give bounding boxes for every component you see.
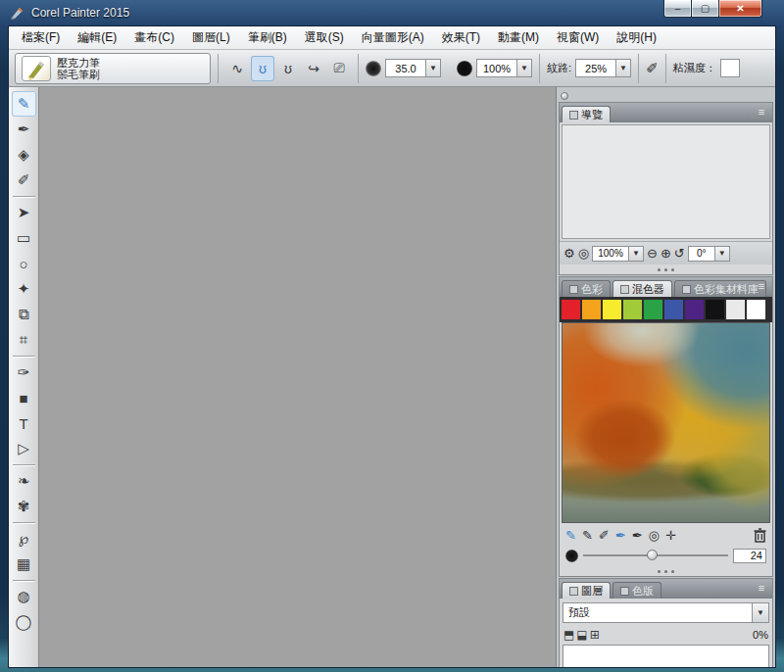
apply-color-icon[interactable]: ✎: [582, 528, 593, 543]
viscosity-field[interactable]: [720, 59, 740, 77]
sample-multiple-colors-icon[interactable]: ✒: [632, 528, 643, 543]
mixer-pad-painting[interactable]: [562, 322, 770, 523]
magnifier-tool[interactable]: ◍: [12, 584, 36, 609]
magic-wand-tool[interactable]: ✦: [12, 276, 36, 302]
layer-opacity-value[interactable]: 0%: [753, 629, 768, 641]
rectangular-shape-tool[interactable]: ■: [12, 385, 36, 410]
align-to-path-button[interactable]: ↪: [302, 56, 325, 81]
opacity-value[interactable]: 100%: [477, 63, 516, 74]
mixer-swatch-1[interactable]: [562, 300, 580, 319]
navigator-rotation-dropdown-arrow[interactable]: ▼: [714, 247, 729, 261]
mixer-swatch-4[interactable]: [623, 300, 642, 319]
layer-link-icon[interactable]: ⊞: [590, 628, 600, 642]
tab-layers[interactable]: 圖層: [562, 582, 611, 599]
menu-item-shapes[interactable]: 向量圖形(A): [353, 26, 433, 49]
dropper-tool[interactable]: ✒: [12, 117, 36, 142]
layer-list[interactable]: [563, 645, 769, 667]
transform-tool[interactable]: ⧉: [12, 302, 36, 327]
mixer-swatch-2[interactable]: [582, 300, 601, 319]
layer-composite-method-dropdown[interactable]: 預設 ▼: [563, 602, 769, 623]
paint-bucket-tool[interactable]: ◈: [12, 142, 36, 168]
perspective-guides-button[interactable]: ⎚: [327, 56, 351, 81]
mixer-swatch-9[interactable]: [726, 300, 745, 319]
navigator-zoom-dropdown-arrow[interactable]: ▼: [628, 247, 643, 261]
mixer-swatch-5[interactable]: [644, 300, 662, 319]
maximize-button[interactable]: ▢: [692, 0, 718, 18]
menu-item-help[interactable]: 說明(H): [608, 26, 665, 49]
opacity-dropdown-arrow[interactable]: ▼: [516, 60, 531, 76]
grain-field[interactable]: 25% ▼: [575, 59, 631, 77]
rotate-page-icon[interactable]: ↺: [674, 247, 685, 260]
mixer-slider-thumb[interactable]: [647, 550, 658, 560]
sample-color-icon[interactable]: ✒: [615, 528, 626, 543]
tab-channels[interactable]: 色版: [612, 582, 662, 599]
pick-up-underlying-color-icon[interactable]: ⬓: [576, 628, 587, 642]
menu-item-movie[interactable]: 動畫(M): [489, 26, 548, 49]
text-tool[interactable]: T: [12, 410, 36, 436]
tab-navigator[interactable]: 導覽: [562, 106, 611, 122]
divine-proportion-tool[interactable]: ℘: [12, 526, 36, 552]
zoom-out-icon[interactable]: ⊖: [647, 247, 658, 260]
zoom-mixer-icon[interactable]: ◎: [649, 528, 660, 543]
zoom-in-icon[interactable]: ⊕: [661, 247, 671, 260]
pen-tool[interactable]: ✑: [12, 360, 36, 385]
menu-item-canvas[interactable]: 畫布(C): [125, 26, 183, 49]
navigator-preview[interactable]: [562, 124, 770, 239]
advanced-brush-icon[interactable]: ✐: [646, 62, 659, 74]
layer-adjuster-tool[interactable]: ➤: [12, 200, 36, 225]
navigator-zoom-field[interactable]: 100% ▼: [592, 246, 644, 262]
lasso-tool[interactable]: ○: [12, 251, 36, 276]
close-button[interactable]: ✕: [718, 0, 762, 18]
size-value[interactable]: 35.0: [386, 63, 425, 74]
minimize-button[interactable]: –: [663, 0, 692, 18]
color-panel-menu-icon[interactable]: ≡: [755, 281, 768, 292]
dock-collapse-button[interactable]: [561, 92, 568, 100]
rectangular-selection-tool[interactable]: ▭: [12, 225, 36, 251]
title-bar[interactable]: Corel Painter 2015 – ▢ ✕: [0, 0, 784, 25]
menu-item-edit[interactable]: 編輯(E): [69, 26, 125, 49]
menu-item-select[interactable]: 選取(S): [296, 26, 353, 49]
navigator-rotation-value[interactable]: 0°: [689, 248, 714, 259]
preserve-transparency-icon[interactable]: ⬒: [564, 628, 574, 642]
mixer-resize-handle[interactable]: [560, 566, 772, 576]
tab-mixer[interactable]: 混色器: [612, 280, 672, 297]
navigator-zoom-value[interactable]: 100%: [593, 248, 628, 259]
dirty-brush-mode-icon[interactable]: ✎: [565, 528, 576, 543]
layout-grid-tool[interactable]: ▦: [12, 552, 36, 577]
eraser-tool[interactable]: ✐: [12, 168, 36, 193]
size-field[interactable]: 35.0 ▼: [385, 59, 441, 77]
menu-item-window[interactable]: 視窗(W): [548, 26, 608, 49]
shape-selection-tool[interactable]: ▷: [12, 436, 36, 461]
freehand-stroke-button[interactable]: ∿: [225, 56, 249, 81]
brush-tool[interactable]: ✎: [12, 91, 36, 117]
mixer-swatch-7[interactable]: [685, 300, 704, 319]
mix-color-icon[interactable]: ✐: [599, 528, 610, 543]
pan-mixer-icon[interactable]: ✛: [665, 528, 676, 543]
canvas-workspace[interactable]: [39, 87, 556, 667]
navigator-magnifier-icon[interactable]: ◎: [578, 247, 589, 260]
menu-item-file[interactable]: 檔案(F): [13, 26, 69, 49]
navigator-rotation-field[interactable]: 0° ▼: [688, 246, 730, 262]
menu-item-effects[interactable]: 效果(T): [433, 26, 489, 49]
loop-stroke-a-button[interactable]: ʊ: [251, 56, 274, 81]
menu-item-brushes[interactable]: 筆刷(B): [239, 26, 296, 49]
navigator-menu-icon[interactable]: ≡: [755, 107, 768, 118]
mixer-slider-value[interactable]: 24: [733, 549, 766, 563]
kaleidoscope-tool[interactable]: ✾: [12, 494, 36, 519]
navigator-settings-icon[interactable]: ⚙: [564, 247, 575, 260]
menu-item-layers[interactable]: 圖層(L): [183, 26, 239, 49]
brush-selector[interactable]: 壓克力筆 鬃毛筆刷: [15, 53, 211, 84]
mixer-swatch-10[interactable]: [747, 300, 765, 319]
opacity-field[interactable]: 100% ▼: [476, 59, 532, 77]
loop-stroke-b-button[interactable]: ʊ: [276, 56, 300, 81]
size-dropdown-arrow[interactable]: ▼: [425, 60, 440, 76]
tab-color-set-library[interactable]: 色彩集材料庫: [674, 280, 766, 297]
clear-mixer-pad-icon[interactable]: [754, 528, 766, 543]
mirror-painting-tool[interactable]: ❧: [12, 468, 36, 494]
mixer-swatch-8[interactable]: [706, 300, 724, 319]
mixer-swatch-3[interactable]: [603, 300, 621, 319]
mixer-swatch-6[interactable]: [664, 300, 683, 319]
navigator-resize-handle[interactable]: [560, 264, 772, 274]
crop-tool[interactable]: ⌗: [12, 327, 36, 353]
grain-value[interactable]: 25%: [576, 63, 615, 74]
